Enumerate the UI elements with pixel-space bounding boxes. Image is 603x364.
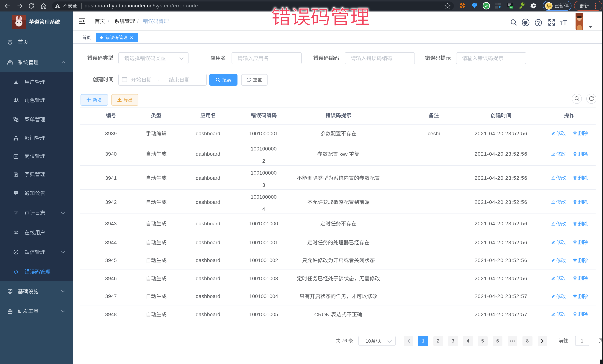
svg-text:key: key <box>338 151 349 157</box>
svg-text:10: 10 <box>365 338 371 344</box>
svg-text:CRON: CRON <box>314 311 331 317</box>
svg-text:76: 76 <box>340 338 348 343</box>
svg-text:/: / <box>376 338 377 344</box>
svg-text:on: on <box>510 6 512 8</box>
